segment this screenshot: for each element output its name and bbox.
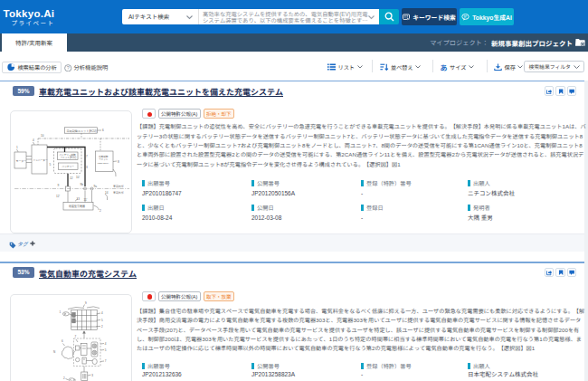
svg-text:10: 10 <box>41 133 44 138</box>
svg-text:バッテリー: バッテリー <box>62 165 75 168</box>
svg-text:14: 14 <box>105 190 109 195</box>
svg-text:10': 10' <box>76 175 80 179</box>
svg-text:モーター: モーター <box>16 159 27 163</box>
svg-text:6: 6 <box>102 128 104 132</box>
svg-text:設置型充電器: 設置型充電器 <box>69 205 85 208</box>
svg-text:4: 4 <box>105 342 107 346</box>
svg-text:9: 9 <box>58 183 60 187</box>
svg-text:N: N <box>53 350 55 354</box>
svg-text:9b: 9b <box>81 182 84 186</box>
svg-text:9a: 9a <box>94 184 98 188</box>
svg-text:車両制御ユニット(ECU): 車両制御ユニット(ECU) <box>67 129 97 133</box>
svg-text:3: 3 <box>86 165 88 169</box>
svg-text:7: 7 <box>75 335 77 338</box>
svg-text:1: 1 <box>16 145 18 149</box>
svg-text:インバーター: インバーター <box>33 158 48 162</box>
svg-text:5: 5 <box>105 348 107 352</box>
svg-text:4: 4 <box>101 311 103 315</box>
svg-text:ユニット(ECU): ユニット(ECU) <box>61 156 77 159</box>
svg-text:6: 6 <box>62 339 63 343</box>
svg-text:8: 8 <box>118 159 119 164</box>
svg-text:2: 2 <box>101 325 103 329</box>
svg-text:?: ? <box>67 65 70 71</box>
svg-text:12': 12' <box>56 194 60 198</box>
svg-text:(OBC,ECU): (OBC,ECU) <box>98 161 109 165</box>
svg-text:12: 12 <box>70 176 73 180</box>
svg-text:2: 2 <box>100 208 101 213</box>
svg-text:1: 1 <box>60 310 62 314</box>
svg-text:5: 5 <box>50 162 52 167</box>
svg-text:7: 7 <box>86 154 88 158</box>
svg-text:9: 9 <box>85 301 87 305</box>
svg-text:7: 7 <box>105 359 107 363</box>
svg-text:11': 11' <box>84 197 88 202</box>
svg-text:車両外部: 車両外部 <box>113 191 124 195</box>
svg-text:5: 5 <box>101 319 103 322</box>
svg-text:2: 2 <box>63 376 65 380</box>
svg-text:3: 3 <box>91 374 93 377</box>
svg-text:4: 4 <box>33 138 34 142</box>
svg-text:13: 13 <box>77 196 81 201</box>
svg-text:車両内部: 車両内部 <box>113 185 124 188</box>
